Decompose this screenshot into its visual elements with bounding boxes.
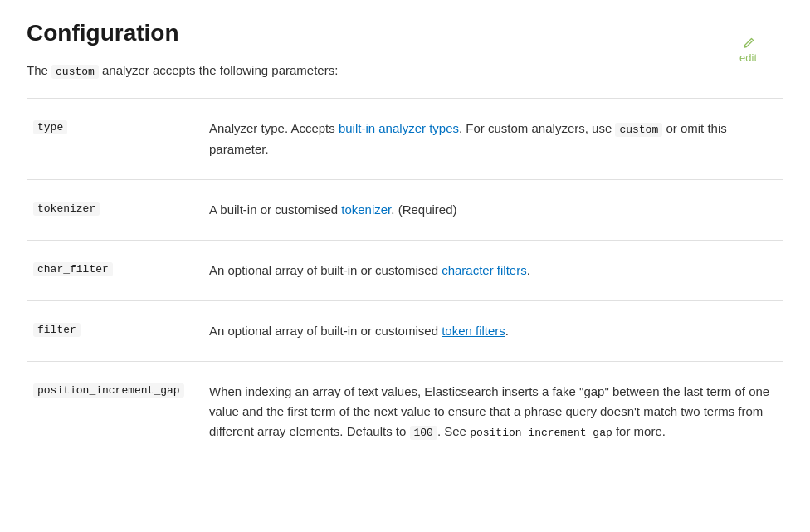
intro-code: custom xyxy=(51,65,99,79)
param-name: char_filter xyxy=(33,262,113,276)
param-desc-cell: When indexing an array of text values, E… xyxy=(209,361,783,461)
param-code-link[interactable]: position_increment_gap xyxy=(470,424,612,438)
param-name: filter xyxy=(33,323,81,337)
params-table: typeAnalyzer type. Accepts built-in anal… xyxy=(27,98,783,462)
table-row: typeAnalyzer type. Accepts built-in anal… xyxy=(27,99,783,180)
param-desc-cell: An optional array of built-in or customi… xyxy=(209,240,783,300)
param-desc-cell: An optional array of built-in or customi… xyxy=(209,300,783,361)
table-row: position_increment_gapWhen indexing an a… xyxy=(27,361,783,461)
inline-code: 100 xyxy=(410,426,437,440)
edit-link[interactable]: edit xyxy=(739,37,757,64)
param-name: tokenizer xyxy=(33,202,100,216)
param-desc-cell: Analyzer type. Accepts built-in analyzer… xyxy=(209,99,783,180)
edit-label: edit xyxy=(739,51,757,64)
intro-text: The custom analyzer accepts the followin… xyxy=(27,63,783,78)
param-link[interactable]: built-in analyzer types xyxy=(339,121,459,135)
param-link-underline[interactable]: token filters xyxy=(442,324,505,338)
param-name-cell: position_increment_gap xyxy=(27,361,209,461)
table-row: char_filterAn optional array of built-in… xyxy=(27,240,783,300)
param-name: type xyxy=(33,120,67,134)
param-name: position_increment_gap xyxy=(33,383,184,398)
edit-pencil-icon xyxy=(742,37,755,50)
params-body: typeAnalyzer type. Accepts built-in anal… xyxy=(27,99,783,462)
table-row: filterAn optional array of built-in or c… xyxy=(27,300,783,361)
param-name-cell: type xyxy=(27,99,209,180)
param-link[interactable]: character filters xyxy=(442,263,527,277)
intro-after: analyzer accepts the following parameter… xyxy=(102,63,338,77)
param-name-cell: tokenizer xyxy=(27,179,209,240)
param-link[interactable]: tokenizer xyxy=(341,203,391,217)
table-row: tokenizerA built-in or customised tokeni… xyxy=(27,179,783,240)
page-title: Configuration xyxy=(27,20,783,46)
param-name-cell: filter xyxy=(27,300,209,361)
intro-before: The xyxy=(27,63,48,77)
inline-code: custom xyxy=(615,123,662,137)
param-name-cell: char_filter xyxy=(27,240,209,300)
page-wrapper: edit Configuration The custom analyzer a… xyxy=(27,20,783,462)
link-code-text: position_increment_gap xyxy=(470,427,612,439)
param-desc-cell: A built-in or customised tokenizer. (Req… xyxy=(209,179,783,240)
